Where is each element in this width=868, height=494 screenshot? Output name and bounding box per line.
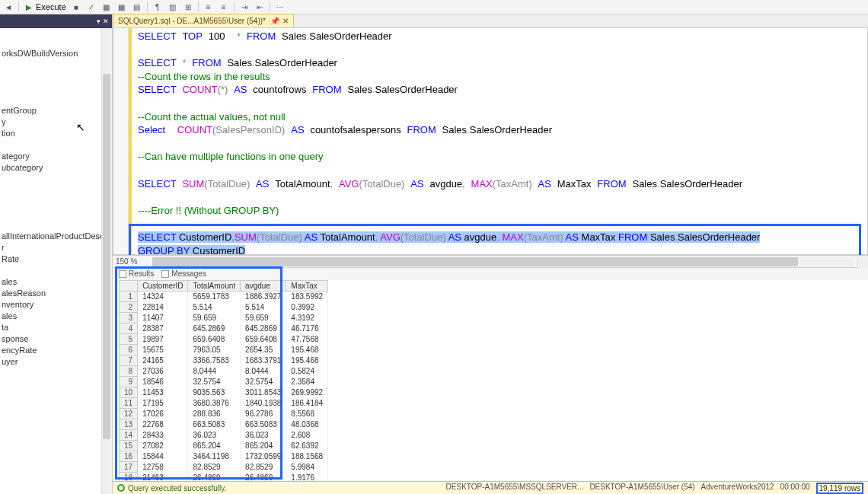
tree-item[interactable] [2,82,112,94]
table-row[interactable]: 91854632.575432.57542.3584 [120,377,328,387]
plan-icon[interactable]: ⊞ [183,2,193,12]
table-row[interactable]: 2228145.5145.5140.3992 [120,302,328,313]
table-row[interactable]: 8270368.04448.04440.5824 [120,366,328,377]
more-icon[interactable]: ⋯ [275,2,286,12]
table-row[interactable]: 142843336.02336.0232.608 [120,430,328,441]
cell: 195.468 [286,345,328,355]
tree-item[interactable]: sponse [2,333,112,345]
cell: 186.4184 [286,398,328,409]
tree-item[interactable]: r [2,242,112,253]
table-row[interactable]: 31140759.65959.6594.3192 [120,313,328,323]
tree-item[interactable] [2,196,112,208]
tree-item[interactable]: entGroup [2,105,112,116]
cell: 32.5754 [188,377,241,387]
grid-icon [119,270,126,278]
tree-item[interactable]: ategory [2,151,112,162]
zoom-level[interactable]: 150 % [116,257,137,266]
tree-item[interactable]: allInternationalProductDescription [2,231,112,242]
table-row[interactable]: 1143245659.17831886.3927183.5992 [120,292,328,302]
tree-item[interactable] [2,139,112,151]
tree-item[interactable] [2,71,112,82]
tree-item[interactable] [2,174,112,185]
table-row[interactable]: 171275882.852982.85295.9984 [120,462,328,473]
tree-item[interactable]: nventory [2,299,112,311]
cell: 18546 [138,377,188,387]
uncomment-icon[interactable]: ≡ [219,2,229,12]
cell: 2.3584 [286,377,328,387]
cell: 659.6408 [188,334,241,345]
results-grid[interactable]: CustomerIDTotalAmountavgdueMaxTax1143245… [113,280,868,494]
table-row[interactable]: 1322768663.5083663.508348.0368 [120,419,328,430]
indent-icon[interactable]: ⇥ [239,2,250,12]
tree-item[interactable]: ales [2,276,112,288]
object-explorer-panel: ▾ ✕ orksDWBuildVersion entGroupytion ate… [0,14,113,494]
tree-item[interactable]: ales [2,311,112,322]
cell: 28433 [138,430,188,441]
messages-tab[interactable]: Messages [161,269,206,278]
cell: 645.2869 [241,323,286,334]
editor-gutter [113,28,129,254]
text-icon[interactable]: ¶ [152,2,163,12]
tree-item[interactable] [2,208,112,219]
tree-item[interactable]: orksDWBuildVersion [2,48,112,59]
table-row[interactable]: 10114539035.5633011.8543269.9992 [120,387,328,398]
cell: 3366.7583 [188,355,241,366]
table-row[interactable]: 16158443464.11981732.0599188.1568 [120,451,328,462]
code-editor[interactable]: SELECT TOP 100 * FROM Sales.SalesOrderHe… [113,28,868,255]
tree-item[interactable] [2,185,112,196]
check-icon[interactable]: ✓ [86,2,97,12]
cell: 22768 [138,419,188,430]
vertical-scrollbar[interactable] [101,28,112,494]
tree-item[interactable]: tion [2,128,112,139]
cell: 17 [120,462,138,473]
dock-icon[interactable]: ▾ ✕ [97,18,109,25]
tree-item[interactable] [2,59,112,71]
column-header[interactable]: avgdue [241,281,286,292]
column-header[interactable]: CustomerID [138,281,188,292]
tree-item[interactable] [2,219,112,231]
close-icon[interactable]: ✕ [282,17,289,25]
table-row[interactable]: 6156757963.052654.35195.468 [120,345,328,355]
left-arrow-icon[interactable]: ◄ [3,2,14,12]
message-icon [161,270,169,278]
cell: 2.608 [286,430,328,441]
comment-icon[interactable]: ≡ [203,2,214,12]
tree-item[interactable]: encyRate [2,345,112,356]
pin-icon[interactable]: 📌 [270,17,279,26]
cell: 4 [120,323,138,334]
cell: 14324 [138,292,188,302]
cell: 195.468 [286,355,328,366]
result-icon[interactable]: ▥ [168,2,178,12]
table-row[interactable]: 428387645.2869645.286946.7176 [120,323,328,334]
tree-item[interactable] [2,265,112,276]
sql-file-tab[interactable]: SQLQuery1.sql - DE...A1M5655\User (54))*… [113,14,294,27]
table-row[interactable]: 7241653366.75831683.3791195.468 [120,355,328,366]
tree-item[interactable]: uyer [2,356,112,368]
column-header[interactable] [120,281,138,292]
table-row[interactable]: 1527082865.204865.20462.6392 [120,441,328,451]
column-header[interactable]: TotalAmount [188,281,241,292]
db-icon[interactable]: ▤ [132,2,142,12]
grid2-icon[interactable]: ▦ [116,2,127,12]
cell: 5.514 [188,302,241,313]
tree-item[interactable]: y [2,116,112,128]
table-row[interactable]: 1217026288.83696.27868.5568 [120,409,328,419]
tree-item[interactable]: alesReason [2,288,112,299]
cell: 11453 [138,387,188,398]
execute-label: Execute [36,2,66,11]
status-rowcount: 19,119 rows [816,483,863,494]
tree-item[interactable]: Rate [2,253,112,265]
column-header[interactable]: MaxTax [286,281,328,292]
execute-button[interactable]: ▶Execute [24,2,66,12]
results-tab[interactable]: Results [119,269,154,278]
object-tree[interactable]: orksDWBuildVersion entGroupytion ategory… [0,48,112,368]
table-row[interactable]: 11171953680.38761840.1938186.4184 [120,398,328,409]
table-row[interactable]: 519897659.6408659.640847.7568 [120,334,328,345]
tree-item[interactable] [2,94,112,105]
horizontal-scrollbar[interactable] [152,257,854,266]
stop-icon[interactable]: ■ [71,2,81,12]
grid-icon[interactable]: ▦ [101,2,112,12]
tree-item[interactable]: ubcategory [2,162,112,174]
outdent-icon[interactable]: ⇤ [254,2,265,12]
tree-item[interactable]: ta [2,322,112,333]
